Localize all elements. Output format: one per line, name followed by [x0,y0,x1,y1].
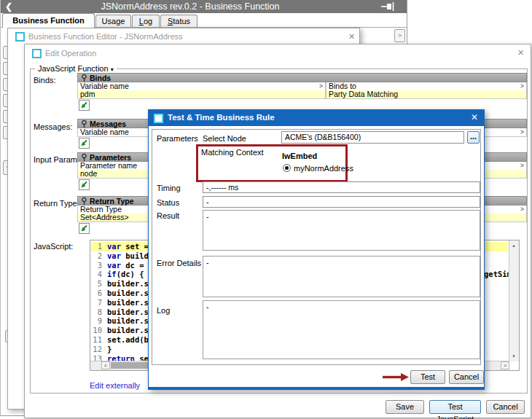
dialog-icon [15,32,25,42]
parameters-label: Parameters [157,134,198,143]
tab-usage[interactable]: Usage [95,15,131,27]
annotation-arrow-icon [382,372,410,382]
scroll-right-icon[interactable]: > [501,361,509,369]
scroll-down-icon[interactable]: ▼ [509,352,518,361]
screenshot-stage: ❮ JSNormAddress rev.0.2 - Business Funct… [0,0,532,419]
tab-status[interactable]: Status [160,15,197,27]
scrollbar-thumb[interactable] [111,362,151,369]
close-icon[interactable]: ✕ [471,112,478,122]
pin-icon [81,153,87,162]
dialog-icon [154,114,163,123]
code-line: 2var builde [90,251,153,261]
edit-externally-link[interactable]: Edit externally [90,381,140,390]
binds-row-variable[interactable]: pdm [77,90,326,99]
status-value: - [203,196,480,208]
chevron-down-icon: ▾ [111,66,114,73]
mynormaddress-radio[interactable] [283,164,291,172]
sort-chevron-icon[interactable]: > [520,82,524,90]
binds-label: Binds: [34,76,56,85]
result-area: - [203,210,480,251]
expander-button[interactable]: > [394,29,405,42]
code-line: 12} [90,345,112,354]
javascript-label: JavaScript: [34,242,73,251]
log-area: - [203,300,480,359]
matching-context-group: IwEmbed [282,152,317,160]
timing-label: Timing [157,184,181,192]
code-line: 1var set = [90,242,153,251]
return-type-label: Return Type: [34,199,79,208]
scroll-left-icon[interactable]: < [101,361,110,369]
vertical-scrollbar[interactable]: ▲ ▼ [509,240,519,361]
close-icon[interactable]: ✕ [517,48,524,58]
tab-log[interactable]: Log [132,15,160,27]
dialog-title: Edit Operation [45,49,96,58]
messages-label: Messages: [34,122,72,131]
status-label: Status [157,198,179,207]
timing-value: -,------ ms [203,181,480,193]
select-node-input[interactable]: ACME's (D&B156400) [281,131,464,144]
browse-button[interactable]: ... [467,131,480,144]
code-line: 10builder.se [90,326,153,335]
code-line: 7builder.se [90,298,153,308]
scroll-up-icon[interactable]: ▲ [509,241,518,250]
code-line: 6builder.se [90,289,153,298]
sort-chevron-icon[interactable]: > [520,205,524,214]
dialog-titlebar: Test & Time Business Rule ✕ [149,110,484,126]
test-button[interactable]: Test [410,370,445,384]
export-grid-icon[interactable] [79,179,90,190]
export-grid-icon[interactable] [79,223,90,234]
code-line: 8builder.se [90,308,153,317]
pin-icon [81,74,87,82]
tab-bar: Business Function Usage Log Status [1,13,407,28]
log-label: Log [157,306,170,315]
group-label[interactable]: JavaScript Function ▾ [35,64,117,73]
dialog-cancel-button[interactable]: Cancel [449,370,484,384]
result-label: Result [157,211,179,220]
error-details-label: Error Details [157,259,201,267]
close-icon[interactable]: ✕ [348,32,355,42]
dialog-icon [32,49,42,58]
code-line: 3var dc = r [90,261,153,270]
dialog-title: Test & Time Business Rule [168,113,275,122]
tab-business-function[interactable]: Business Function [2,13,95,28]
sort-chevron-icon[interactable]: > [319,82,323,90]
mynormaddress-radio-label[interactable]: myNormAddress [294,164,353,173]
error-details-area: - [203,256,480,297]
sort-chevron-icon[interactable]: > [520,128,524,136]
dialog-title: Business Function Editor - JSNormAddress [28,32,183,41]
window-titlebar: ❮ JSNormAddress rev.0.2 - Business Funct… [1,0,407,13]
matching-context-label: Matching Context [201,148,264,157]
pin-icon [81,120,87,128]
code-line: 5builder.se [90,279,153,289]
test-javascript-button[interactable]: Test JavaScript [429,400,481,414]
code-line: 9builder.se [90,316,153,326]
select-node-label: Select Node [203,134,246,143]
export-grid-icon[interactable] [79,138,90,149]
test-time-business-rule-dialog: Test & Time Business Rule ✕ Parameters S… [148,109,485,390]
export-grid-icon[interactable] [79,100,90,111]
sort-chevron-icon[interactable]: > [520,162,524,170]
pin-icon [81,197,87,205]
window-title: JSNormAddress rev.0.2 - Business Functio… [1,1,380,12]
pin-icon[interactable] [381,2,396,11]
code-line: 11set.add(bu [90,335,153,345]
binds-section-header[interactable]: Binds [77,73,527,82]
save-button[interactable]: Save [386,400,424,414]
cancel-button[interactable]: Cancel [486,400,525,414]
binds-row-binds-to[interactable]: Party Data Matching [326,90,527,99]
code-line: 4if(dc) { [90,270,144,279]
